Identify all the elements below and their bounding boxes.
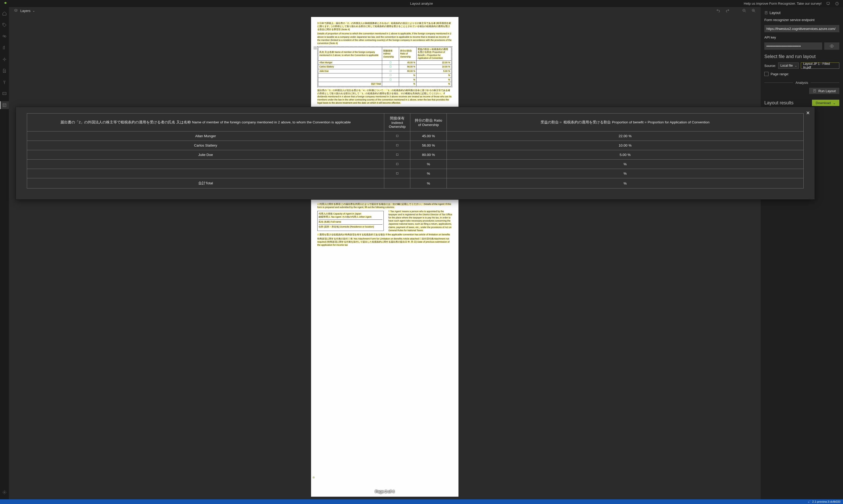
rail-layout-icon[interactable] <box>0 101 9 109</box>
cell-ratio: 56.00 % <box>410 141 447 150</box>
rail-settings-icon[interactable] <box>0 488 9 496</box>
layout-results-label: Layout results <box>764 100 793 106</box>
redo-icon[interactable] <box>725 8 730 13</box>
apikey-input[interactable] <box>764 42 822 50</box>
rail-compose-icon[interactable] <box>0 44 9 52</box>
chevron-down-icon[interactable]: ⌄ <box>33 9 35 13</box>
canvas-area: Layers ⌄ 3 日本で課税上、届出書の「2」の外国法人が納税義務者とされる… <box>9 7 761 499</box>
svg-rect-8 <box>3 104 6 107</box>
close-icon[interactable]: ✕ <box>806 111 810 115</box>
rail-home-icon[interactable] <box>0 10 9 17</box>
layers-stack-icon[interactable] <box>14 8 18 13</box>
table-row: Carlos Slattery☐56.00 %10.00 % <box>27 141 804 150</box>
th-name: 氏名 又は名称 Name of member of the foreign co… <box>319 51 379 56</box>
table-row: ☐%% <box>27 160 804 169</box>
rail-connect-icon[interactable] <box>0 78 9 86</box>
table-row: ☐%% <box>318 77 452 82</box>
svg-point-9 <box>4 492 5 493</box>
marker-icon <box>313 476 315 479</box>
cell-indirect: ☐ <box>384 160 410 169</box>
endpoint-label: Form recognizer service endpoint <box>764 18 839 22</box>
source-label: Source: <box>764 64 776 68</box>
page-range-label: Page range: <box>771 72 789 76</box>
canvas-stage[interactable]: 3 日本で課税上、届出書の「2」の外国法人が納税義務者とされるが、租税条約の規定… <box>9 14 761 499</box>
cell-benefit: % <box>447 178 804 188</box>
th-benefit: 受益の割合＝租税条約の適用を受ける割合 Proportion of Benefi… <box>418 48 448 59</box>
reveal-password-icon[interactable] <box>824 42 839 50</box>
rail-new-doc-icon[interactable] <box>0 67 9 75</box>
th-indirect: 間接保有 Indirect Ownership <box>383 50 394 58</box>
cell-name <box>27 169 384 178</box>
cell-benefit: 22.00 % <box>447 131 804 141</box>
file-name-field[interactable]: Layout JP 1 - Filled In.pdf <box>801 62 839 69</box>
svg-rect-12 <box>314 47 317 50</box>
zoom-in-icon[interactable] <box>751 8 756 13</box>
cell-name: Julie Doe <box>27 150 384 160</box>
table-row: Allan Munger☐45.00 %22.00 % <box>318 60 452 65</box>
rail-tag-icon[interactable] <box>0 21 9 29</box>
th-name: 届出書の「2」の外国法人の株主等で租税条約の適用を受ける者の氏名 又は名称 Na… <box>27 113 384 131</box>
rail-prebuilt-icon[interactable] <box>0 55 9 63</box>
cell-ratio: 80.00 % <box>410 150 447 160</box>
cell-ratio: 45.00 % <box>410 131 447 141</box>
doc-sec3-en: Details of proportion of income to which… <box>317 32 452 44</box>
attachment-block: 特典条項に関する付表の添付 □ 有 Yes Attachment Form fo… <box>317 237 450 246</box>
table-row: ☐%% <box>27 169 804 178</box>
endpoint-input[interactable] <box>764 25 839 32</box>
svg-point-17 <box>810 501 810 501</box>
cell-indirect: ☐ <box>384 169 410 178</box>
left-nav-rail <box>0 7 9 499</box>
apikey-label: API key <box>764 35 839 39</box>
rail-ocr-icon[interactable] <box>0 90 9 97</box>
chevron-down-icon: ⌄ <box>795 64 797 67</box>
right-panel: Layout Form recognizer service endpoint … <box>761 7 843 499</box>
table-row: 合計 Total%% <box>318 82 452 86</box>
agent-right: * 'Tax Agent' means a person who is appo… <box>388 210 452 232</box>
rail-brain-icon[interactable] <box>0 33 9 40</box>
doc-sec3-jp: 3 日本で課税上、届出書の「2」の外国法人が納税義務者とされるが、租税条約の規定… <box>317 22 451 31</box>
doc-table-wrap: 氏名 又は名称 Name of member of the foreign co… <box>317 46 452 87</box>
cell-name: Carlos Slattery <box>27 141 384 150</box>
cell-ratio: % <box>410 178 447 188</box>
select-file-section: Select file and run layout <box>764 54 839 59</box>
status-bar: 2.1-preview.3-dcfb033 <box>0 499 843 504</box>
source-select[interactable]: Local file ⌄ <box>778 62 799 69</box>
undo-icon[interactable] <box>716 8 721 13</box>
download-button[interactable]: Download ⌄ <box>812 100 839 106</box>
th-ratio: 持分の割合 Ratio of Ownership <box>400 50 412 58</box>
run-layout-button[interactable]: Run Layout <box>809 88 840 94</box>
layers-label[interactable]: Layers <box>20 9 31 13</box>
table-row: Allan Munger☐45.00 %22.00 % <box>27 131 804 141</box>
table-selection-icon[interactable] <box>313 46 317 50</box>
limitation-line: ○ 適用を受ける租税条約が特典条項を有する租税条約である場合 If the ap… <box>317 233 450 236</box>
svg-rect-0 <box>827 2 830 4</box>
table-row: Julie Doe☐80.00 %5.00 % <box>27 150 804 160</box>
version-label: 2.1-preview.3-dcfb033 <box>812 500 840 503</box>
cell-name: 合計Total <box>27 178 384 188</box>
feedback-icon[interactable] <box>826 1 830 6</box>
analysis-divider: Analysis <box>764 81 839 85</box>
document-page[interactable]: 3 日本で課税上、届出書の「2」の外国法人が納税義務者とされるが、租税条約の規定… <box>311 17 458 497</box>
cell-indirect: ☐ <box>384 150 410 160</box>
cell-name <box>27 160 384 169</box>
survey-link[interactable]: Help us improve Form Recognizer. Take ou… <box>744 2 822 5</box>
svg-point-6 <box>4 58 5 60</box>
cell-benefit: 10.00 % <box>447 141 804 150</box>
cell-benefit: % <box>447 169 804 178</box>
th-ratio: 持分の割合 Ratio of Ownership <box>410 113 447 131</box>
cell-indirect: ☐ <box>384 131 410 141</box>
table-row: Carlos Slattery☐56.00 %10.00 % <box>318 65 452 69</box>
agent-head: ○ 代理人に関する事項 この届出書を代理人によって提出する場合には、次の欄に記載… <box>317 203 451 209</box>
svg-point-14 <box>831 46 832 47</box>
th-benefit: 受益の割合＝ 租税条約の適用を受ける割合 Proportion of benef… <box>447 113 804 131</box>
rp-heading: Layout <box>764 11 839 15</box>
zoom-out-icon[interactable] <box>742 8 747 13</box>
table-row: ☐%% <box>318 73 452 77</box>
result-table: 届出書の「2」の外国法人の株主等で租税条約の適用を受ける者の氏名 又は名称 Na… <box>27 113 804 188</box>
canvas-toolbar: Layers ⌄ <box>9 7 761 14</box>
svg-point-3 <box>3 24 4 24</box>
title-bar: Layout analyze Help us improve Form Reco… <box>0 0 843 7</box>
help-icon[interactable] <box>835 1 839 6</box>
page-range-checkbox[interactable] <box>764 72 769 76</box>
app-title: Layout analyze <box>410 2 433 5</box>
